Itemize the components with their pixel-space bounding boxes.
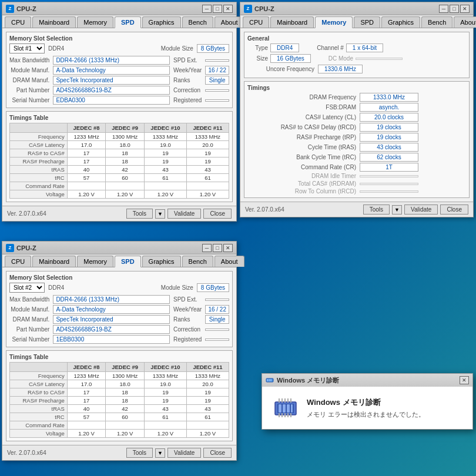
mem-close-button[interactable]: ✕ — [460, 5, 470, 13]
spd1-tras-3: 43 — [186, 166, 229, 174]
spd2-volt-0: 1.20 V — [67, 430, 106, 438]
tab-spd2-cpu[interactable]: CPU — [5, 256, 31, 267]
spd1-cas-0: 17.0 — [67, 141, 106, 149]
spd2-maximize-button[interactable]: □ — [213, 244, 222, 252]
spd2-title-bar: Z CPU-Z ─ □ ✕ — [2, 242, 236, 254]
tab-spd1-cpu[interactable]: CPU — [5, 16, 31, 28]
mem-maximize-button[interactable]: □ — [450, 5, 459, 13]
mem-title-bar: Z CPU-Z ─ □ ✕ — [240, 2, 473, 15]
table-row: RAS# Precharge 17 18 19 19 — [10, 157, 229, 166]
spd2-close-button[interactable]: ✕ — [223, 244, 233, 252]
spd2-volt-2: 1.20 V — [144, 430, 186, 438]
spd2-cas-2: 19.0 — [144, 380, 186, 388]
mem-total-cas-value — [360, 183, 418, 185]
spd2-ras2cas-0: 17 — [67, 388, 106, 397]
spd2-serial-value: 1EBB0300 — [53, 335, 170, 344]
spd2-slot-selector[interactable]: Slot #1 Slot #2 — [9, 283, 45, 293]
spd2-validate-button[interactable]: Validate — [167, 448, 201, 458]
tab-mem-memory[interactable]: Memory — [315, 16, 353, 28]
spd1-tras-2: 43 — [144, 166, 186, 174]
spd1-tools-dropdown[interactable]: ▼ — [155, 209, 165, 219]
tab-spd1-graphics[interactable]: Graphics — [142, 16, 181, 28]
spd2-close-btn[interactable]: Close — [203, 448, 232, 458]
mem-validate-button[interactable]: Validate — [404, 205, 438, 214]
table-row: CAS# Latency 17.0 18.0 19.0 20.0 — [10, 141, 229, 149]
spd1-timing-col-3: JEDEC #11 — [186, 123, 229, 133]
spd2-ranks-value: Single — [205, 315, 229, 324]
mem-total-cas-label: Total CAS# (tRDRAM) — [247, 180, 356, 187]
spd2-cr-2 — [144, 421, 186, 430]
spd2-trc-label: tRC — [10, 413, 68, 421]
spd2-freq-0: 1233 MHz — [67, 372, 106, 380]
spd2-module-size-value: 8 GBytes — [197, 283, 229, 292]
spd1-close-button[interactable]: ✕ — [223, 5, 233, 13]
spd1-freq-0: 1233 MHz — [67, 133, 106, 141]
spd1-title-bar: Z CPU-Z ─ □ ✕ — [2, 2, 236, 15]
tab-spd1-mainboard[interactable]: Mainboard — [32, 16, 76, 28]
mem-cr-value: 1T — [360, 163, 418, 172]
tab-spd1-bench[interactable]: Bench — [182, 16, 213, 28]
spd1-cr-1 — [106, 182, 145, 190]
spd1-weekyear-value: 16 / 22 — [205, 66, 229, 75]
spd1-slot-selector[interactable]: Slot #1 Slot #2 — [9, 43, 45, 53]
tab-spd1-memory[interactable]: Memory — [77, 16, 113, 28]
spd2-window-buttons: ─ □ ✕ — [202, 244, 233, 252]
tab-spd2-spd[interactable]: SPD — [115, 256, 141, 267]
spd1-maximize-button[interactable]: □ — [213, 5, 222, 13]
mem-bottom-bar: Ver. 2.07.0.x64 Tools ▼ Validate Close — [240, 202, 473, 217]
spd1-timings-title: Timings Table — [9, 115, 229, 121]
spd1-minimize-button[interactable]: ─ — [202, 5, 212, 13]
tab-spd2-mainboard[interactable]: Mainboard — [32, 256, 76, 267]
tab-mem-about[interactable]: About — [454, 16, 476, 28]
table-row: Frequency 1233 MHz 1300 MHz 1333 MHz 133… — [10, 133, 229, 141]
svg-rect-7 — [283, 404, 286, 413]
cpuz-spd-slot1-window: Z CPU-Z ─ □ ✕ CPU Mainboard Memory SPD G… — [2, 2, 237, 222]
spd2-part-value: AD4S266688G19-BZ — [53, 325, 170, 334]
spd2-minimize-button[interactable]: ─ — [202, 244, 212, 252]
spd2-tools-dropdown[interactable]: ▼ — [155, 448, 165, 458]
tab-spd1-spd[interactable]: SPD — [115, 16, 141, 28]
tab-mem-bench[interactable]: Bench — [421, 16, 452, 28]
spd1-close-btn[interactable]: Close — [203, 209, 232, 219]
tab-mem-mainboard[interactable]: Mainboard — [270, 16, 314, 28]
spd2-tools-button[interactable]: Tools — [126, 448, 153, 458]
spd1-raspc-label: RAS# Precharge — [10, 157, 68, 166]
mem-minimize-button[interactable]: ─ — [439, 5, 448, 13]
svg-rect-10 — [279, 398, 280, 403]
tab-mem-cpu[interactable]: CPU — [243, 16, 269, 28]
cpuz-memory-window: Z CPU-Z ─ □ ✕ CPU Mainboard Memory SPD G… — [240, 2, 474, 217]
cpuz-icon-1: Z — [6, 5, 14, 13]
spd2-freq-2: 1333 MHz — [144, 372, 186, 380]
spd1-volt-3: 1.20 V — [186, 190, 229, 199]
table-row: RAS# to CAS# 17 18 19 19 — [10, 388, 229, 397]
spd2-raspc-label: RAS# Precharge — [10, 397, 68, 405]
spd1-volt-0: 1.20 V — [67, 190, 106, 199]
tab-spd2-bench[interactable]: Bench — [182, 256, 213, 267]
popup-close-button[interactable]: ✕ — [460, 376, 469, 384]
spd1-spd-ext-label: SPD Ext. — [173, 57, 202, 63]
spd1-correction-label: Correction — [173, 87, 202, 93]
spd1-spd-ext-value — [205, 59, 229, 62]
spd1-module-size-label: Module Size — [161, 45, 193, 52]
spd1-validate-button[interactable]: Validate — [167, 209, 201, 219]
mem-tools-dropdown[interactable]: ▼ — [392, 205, 402, 214]
spd1-raspc-1: 18 — [106, 157, 145, 166]
tab-spd2-about[interactable]: About — [214, 256, 244, 267]
svg-rect-3 — [270, 379, 271, 381]
spd1-tools-button[interactable]: Tools — [126, 209, 153, 219]
spd2-tras-label: tRAS — [10, 405, 68, 413]
spd2-timings-title: Timings Table — [9, 354, 229, 360]
mem-tools-button[interactable]: Tools — [363, 205, 390, 214]
svg-rect-18 — [287, 413, 289, 417]
mem-close-btn[interactable]: Close — [440, 205, 468, 214]
mem-channel-value: 1 x 64-bit — [346, 43, 383, 52]
spd2-module-type-label: DDR4 — [48, 284, 64, 291]
popup-title-text: Windows メモリ診断 — [277, 376, 339, 385]
mem-tras-value: 43 clocks — [360, 143, 418, 152]
tab-spd2-memory[interactable]: Memory — [77, 256, 113, 267]
tab-mem-graphics[interactable]: Graphics — [381, 16, 420, 28]
tab-spd2-graphics[interactable]: Graphics — [142, 256, 181, 267]
popup-close-buttons: ✕ — [460, 376, 469, 384]
tab-mem-spd[interactable]: SPD — [354, 16, 380, 28]
mem-uncore-value: 1330.6 MHz — [318, 65, 363, 73]
